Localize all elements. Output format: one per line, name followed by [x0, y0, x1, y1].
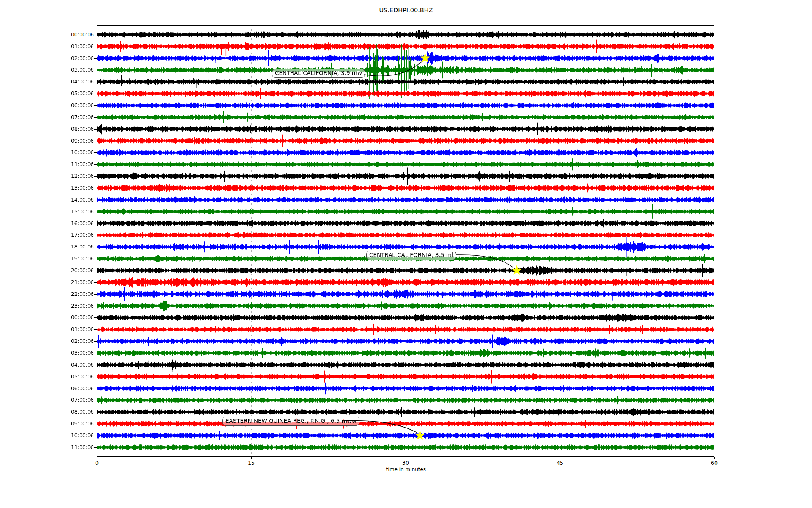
x-tick-mark [560, 457, 560, 459]
y-tick-label: 20:00:06 [0, 268, 94, 273]
y-tick-label: 12:00:06 [0, 173, 94, 179]
x-tick-label: 60 [702, 460, 727, 466]
x-tick-label: 0 [84, 460, 110, 466]
y-tick-label: 19:00:06 [0, 256, 94, 262]
y-tick-label: 14:00:06 [0, 197, 94, 203]
y-tick-mark [94, 141, 97, 141]
y-tick-label: 02:00:06 [0, 55, 94, 61]
y-tick-mark [94, 235, 97, 235]
y-tick-label: 08:00:06 [0, 409, 94, 415]
y-tick-mark [94, 164, 97, 165]
y-tick-mark [94, 294, 97, 295]
y-tick-mark [94, 224, 97, 224]
y-tick-label: 06:00:06 [0, 386, 94, 392]
y-tick-label: 08:00:06 [0, 126, 94, 132]
y-tick-label: 10:00:06 [0, 149, 94, 155]
y-tick-mark [94, 176, 97, 177]
y-tick-label: 11:00:06 [0, 161, 94, 167]
y-tick-mark [94, 341, 97, 342]
y-tick-mark [94, 82, 97, 82]
y-tick-mark [94, 400, 97, 400]
y-tick-label: 05:00:06 [0, 91, 94, 97]
y-tick-mark [94, 129, 97, 130]
y-tick-mark [94, 353, 97, 353]
y-tick-mark [94, 329, 97, 330]
y-tick-mark [94, 188, 97, 188]
y-tick-label: 04:00:06 [0, 79, 94, 85]
x-tick-mark [251, 457, 252, 459]
y-tick-mark [94, 377, 97, 377]
y-tick-mark [94, 35, 97, 35]
y-tick-label: 07:00:06 [0, 397, 94, 403]
event-annotation-label: EASTERN NEW GUINEA REG., P.N.G., 6.5 mww [222, 417, 359, 426]
x-axis-title: time in minutes [0, 467, 812, 472]
y-tick-mark [94, 58, 97, 59]
y-tick-label: 03:00:06 [0, 350, 94, 356]
x-tick-label: 45 [547, 460, 573, 466]
y-tick-mark [94, 306, 97, 306]
y-tick-mark [94, 436, 97, 436]
y-tick-label: 07:00:06 [0, 114, 94, 120]
y-tick-mark [94, 117, 97, 118]
y-tick-mark [94, 247, 97, 247]
y-tick-mark [94, 318, 97, 318]
y-tick-mark [94, 447, 97, 448]
y-tick-label: 17:00:06 [0, 232, 94, 238]
y-tick-mark [94, 365, 97, 365]
x-tick-mark [406, 457, 406, 459]
x-tick-label: 15 [239, 460, 264, 466]
y-tick-label: 13:00:06 [0, 185, 94, 191]
y-tick-mark [94, 271, 97, 271]
y-tick-label: 02:00:06 [0, 338, 94, 344]
y-tick-label: 00:00:06 [0, 32, 94, 38]
y-tick-label: 09:00:06 [0, 421, 94, 427]
y-tick-label: 10:00:06 [0, 433, 94, 439]
y-tick-mark [94, 259, 97, 259]
y-tick-label: 15:00:06 [0, 209, 94, 215]
plot-title: US.EDHPI.00.BHZ [0, 7, 812, 14]
y-tick-label: 01:00:06 [0, 44, 94, 50]
y-tick-label: 18:00:06 [0, 244, 94, 250]
y-tick-label: 22:00:06 [0, 291, 94, 297]
y-tick-label: 04:00:06 [0, 362, 94, 368]
x-tick-mark [714, 457, 715, 459]
y-tick-label: 06:00:06 [0, 102, 94, 108]
y-tick-label: 09:00:06 [0, 138, 94, 144]
y-tick-mark [94, 212, 97, 212]
event-annotation-label: CENTRAL CALIFORNIA, 3.5 ml [366, 251, 456, 260]
y-tick-label: 21:00:06 [0, 279, 94, 285]
y-tick-label: 00:00:06 [0, 315, 94, 320]
y-tick-mark [94, 47, 97, 47]
y-tick-mark [94, 70, 97, 70]
y-tick-mark [94, 412, 97, 412]
y-tick-mark [94, 105, 97, 106]
y-tick-mark [94, 389, 97, 389]
y-tick-mark [94, 200, 97, 200]
y-tick-label: 01:00:06 [0, 326, 94, 332]
y-tick-label: 11:00:06 [0, 444, 94, 450]
x-tick-label: 30 [393, 460, 418, 466]
y-tick-label: 05:00:06 [0, 374, 94, 380]
plot-border [97, 25, 714, 457]
y-tick-mark [94, 152, 97, 153]
seismogram-figure: US.EDHPI.00.BHZ 00:00:0601:00:0602:00:06… [0, 0, 812, 508]
x-tick-mark [97, 457, 97, 459]
y-tick-mark [94, 94, 97, 94]
event-annotation-label: CENTRAL CALIFORNIA, 3.9 mw [272, 69, 365, 78]
y-tick-label: 23:00:06 [0, 303, 94, 309]
y-tick-label: 03:00:06 [0, 67, 94, 73]
y-tick-mark [94, 282, 97, 283]
y-tick-mark [94, 424, 97, 424]
y-tick-label: 16:00:06 [0, 221, 94, 226]
